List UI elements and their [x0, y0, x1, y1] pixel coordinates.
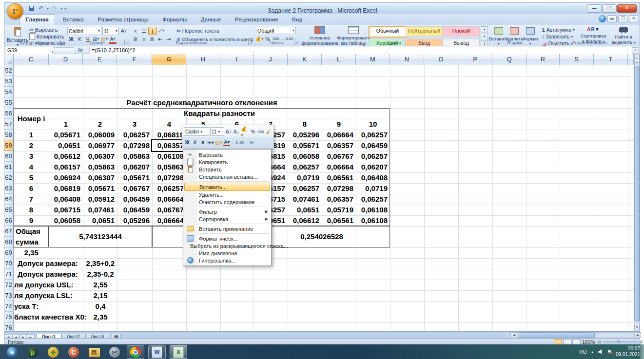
- row-header-56[interactable]: 56: [4, 108, 14, 119]
- col-number-4[interactable]: 4: [152, 119, 186, 130]
- cell-D59[interactable]: 0,0651: [49, 140, 83, 151]
- cell-F65[interactable]: 0,06459: [117, 205, 152, 215]
- start-button[interactable]: ⊞: [4, 346, 20, 359]
- cell-E61[interactable]: 0,05863: [83, 162, 117, 172]
- cell-C62[interactable]: 5: [14, 172, 49, 183]
- mini-merge-icon[interactable]: ⊞: [248, 138, 255, 146]
- cell-C67[interactable]: Общая: [16, 226, 48, 237]
- snipping-taskbar-icon[interactable]: ✂: [106, 346, 123, 359]
- cell-G61[interactable]: 0,05863: [152, 162, 186, 172]
- cell-C60[interactable]: 3: [14, 151, 49, 162]
- cell-G65[interactable]: 0,06767: [152, 205, 186, 215]
- cell-M64[interactable]: 0,06257: [356, 194, 390, 205]
- cell-K60[interactable]: 0,06058: [288, 151, 322, 162]
- cell-G58[interactable]: 0,06819: [152, 130, 186, 140]
- cell-E60[interactable]: 0,06307: [83, 151, 117, 162]
- row-header-60[interactable]: 60: [4, 151, 14, 162]
- cell-C61[interactable]: 4: [14, 162, 49, 172]
- column-header-R[interactable]: R: [527, 54, 560, 65]
- mini-fill-color-icon[interactable]: ▨▾: [215, 138, 222, 146]
- tab-razmetka[interactable]: Разметка страницы: [92, 15, 154, 25]
- tab-recenzirovanie[interactable]: Рецензирование: [229, 15, 284, 25]
- row-header-53[interactable]: 53: [4, 76, 14, 87]
- mini-grow-font-icon[interactable]: A↑: [225, 128, 232, 135]
- save-icon[interactable]: [27, 5, 35, 12]
- horizontal-scrollbar-thumb[interactable]: [519, 332, 595, 338]
- cell-K65[interactable]: 0,0651: [288, 205, 322, 215]
- number-dialog-launcher-icon[interactable]: ◿: [294, 40, 299, 45]
- cell-K58[interactable]: 0,05296: [288, 130, 322, 140]
- context-menu-item-18[interactable]: Гиперссылка...: [183, 257, 271, 264]
- cell-style-1[interactable]: Обычный: [369, 26, 407, 38]
- column-header-J[interactable]: J: [254, 54, 288, 65]
- tab-dannye[interactable]: Данные: [195, 15, 227, 25]
- workbook-close-button[interactable]: ✕: [629, 15, 638, 22]
- select-all-corner[interactable]: [4, 54, 14, 65]
- vertical-scrollbar-thumb[interactable]: [634, 66, 640, 321]
- restore-button[interactable]: ❐: [602, 4, 617, 13]
- mini-shrink-font-icon[interactable]: A↓: [233, 128, 240, 135]
- cell-K61[interactable]: 0,06257: [288, 162, 322, 172]
- column-header-T[interactable]: T: [594, 54, 628, 65]
- minimize-button[interactable]: ▬: [587, 4, 602, 13]
- cell-G62[interactable]: 0,07298: [152, 172, 186, 183]
- column-header-I[interactable]: I: [220, 54, 254, 65]
- column-header-O[interactable]: O: [424, 54, 458, 65]
- context-menu-item-10[interactable]: Фильтр▶: [183, 208, 271, 215]
- cell-value-row-70[interactable]: 2,35+0,2: [49, 258, 152, 269]
- cell-F66[interactable]: 0,05296: [117, 215, 152, 226]
- autosum-button[interactable]: ΣАвтосумма▾: [542, 26, 575, 33]
- zoom-slider[interactable]: [604, 341, 638, 342]
- row-header-68[interactable]: 68: [4, 237, 14, 247]
- row-header-52[interactable]: 52: [4, 65, 14, 76]
- cell-M65[interactable]: 0,06108: [356, 205, 390, 215]
- cell-F60[interactable]: 0,05863: [117, 151, 152, 162]
- word-taskbar-icon[interactable]: W: [148, 345, 166, 359]
- cell-M66[interactable]: 0,06108: [356, 215, 390, 226]
- tab-vstavka[interactable]: Вставка: [57, 15, 90, 25]
- font-dialog-launcher-icon[interactable]: ◿: [124, 40, 129, 45]
- col-number-8[interactable]: 8: [288, 119, 322, 130]
- cell-L60[interactable]: 0,06767: [322, 151, 356, 162]
- chrome-taskbar-icon[interactable]: [127, 345, 144, 359]
- context-menu-item-11[interactable]: Сортировка▶: [183, 215, 271, 223]
- wrap-text-button[interactable]: ⇋Перенос текста: [176, 27, 219, 34]
- mini-font-name-combo[interactable]: Calibri▾: [184, 127, 209, 136]
- mini-font-size-combo[interactable]: 11▾: [210, 127, 224, 136]
- language-indicator[interactable]: RU: [579, 349, 586, 355]
- cell-D58[interactable]: 0,05671: [49, 130, 83, 140]
- formula-bar-collapse-icon[interactable]: «: [632, 47, 639, 54]
- cell-E62[interactable]: 0,06307: [83, 172, 117, 183]
- cell-G63[interactable]: 0,06257: [152, 183, 186, 194]
- cell-F61[interactable]: 0,06207: [117, 162, 152, 172]
- orientation-icon[interactable]: ⤢▾: [157, 27, 165, 34]
- row-header-55[interactable]: 55: [4, 97, 14, 108]
- cell-value-row-75[interactable]: 2,35: [49, 312, 152, 322]
- mini-accounting-icon[interactable]: 💰▾: [241, 128, 249, 135]
- cell-F58[interactable]: 0,06257: [117, 130, 152, 140]
- cell-E65[interactable]: 0,07461: [83, 205, 117, 215]
- vscroll-split-handle[interactable]: [634, 55, 640, 58]
- cell-L62[interactable]: 0,06561: [322, 172, 356, 183]
- cell-style-3[interactable]: Плохой: [443, 26, 480, 37]
- cell-C65[interactable]: 8: [14, 205, 49, 215]
- col-number-9[interactable]: 9: [322, 119, 356, 130]
- column-header-S[interactable]: S: [560, 54, 594, 65]
- undo-dropdown-icon[interactable]: ▾: [47, 6, 49, 11]
- align-middle-icon[interactable]: ☰: [140, 27, 148, 34]
- context-menu-item-2[interactable]: Копировать: [183, 158, 271, 166]
- workbook-restore-button[interactable]: ❐: [618, 15, 627, 22]
- tab-split-handle[interactable]: [507, 332, 509, 338]
- mini-center-icon[interactable]: ≡: [199, 138, 206, 146]
- qat-customize-icon[interactable]: ▾: [64, 6, 66, 11]
- office-button[interactable]: [7, 3, 23, 19]
- context-menu-item-8[interactable]: Очистить содержимое: [183, 198, 271, 206]
- mini-bold-icon[interactable]: Ж: [184, 138, 191, 146]
- vscroll-down-icon[interactable]: ▼: [634, 324, 640, 330]
- row-header-69[interactable]: 69: [4, 247, 14, 258]
- cell-K62[interactable]: 0,0719: [288, 172, 322, 183]
- row-header-67[interactable]: 67: [4, 226, 14, 237]
- cell-M60[interactable]: 0,06257: [356, 151, 390, 162]
- align-bottom-icon[interactable]: ⌊: [148, 27, 157, 35]
- clipboard-dialog-launcher-icon[interactable]: ◿: [60, 40, 65, 45]
